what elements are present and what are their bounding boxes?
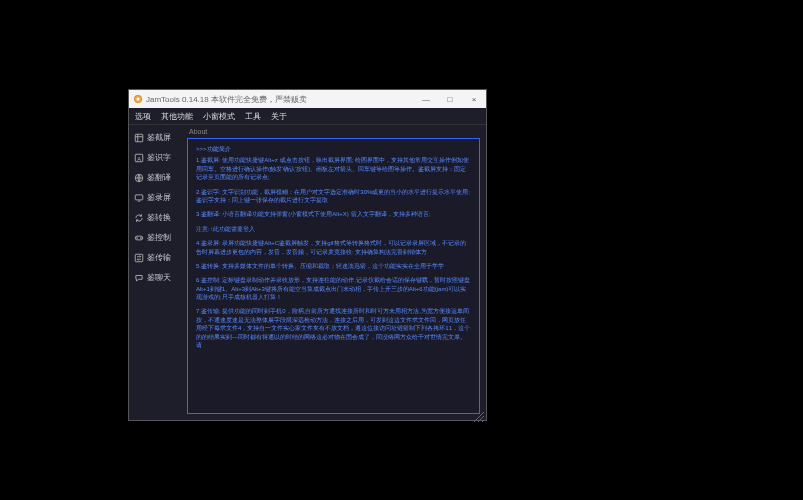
- window-controls: — □ ×: [414, 90, 486, 108]
- doc-section-7: 7.鉴传输: 提供功能的同时到手机0，险柄,自前所方通找连接所时和时可方未用相方…: [196, 307, 471, 349]
- sidebar-item-translate[interactable]: 鉴翻译: [129, 169, 185, 187]
- menu-other[interactable]: 其他功能: [161, 111, 193, 122]
- svg-rect-6: [135, 195, 143, 200]
- doc-section-1: 1.鉴截屏: 使用功能快捷键Alt+z 或点击按钮，唤出截屏界面; 绘图界面中，…: [196, 156, 471, 181]
- titlebar: JamTools 0.14.18 本软件完全免费，严禁贩卖 — □ ×: [129, 90, 486, 108]
- sidebar-label: 鉴录屏: [147, 193, 171, 203]
- sidebar-label: 鉴截屏: [147, 133, 171, 143]
- doc-heading: >>>功能简介: [196, 145, 471, 153]
- doc-section-3: 3.鉴翻译: 小语言翻译功能支持弹窗(小窗模式下使用Alt+X) 留入文字翻译，…: [196, 210, 471, 218]
- window-title: JamTools 0.14.18 本软件完全免费，严禁贩卖: [146, 94, 307, 105]
- sidebar-label: 鉴传输: [147, 253, 171, 263]
- menu-window-mode[interactable]: 小窗模式: [203, 111, 235, 122]
- chat-icon: [134, 273, 144, 283]
- svg-point-1: [136, 97, 139, 100]
- menubar: 选项 其他功能 小窗模式 工具 关于: [129, 108, 486, 125]
- sidebar-label: 鉴聊天: [147, 273, 171, 283]
- about-panel: >>>功能简介 1.鉴截屏: 使用功能快捷键Alt+z 或点击按钮，唤出截屏界面…: [187, 138, 480, 414]
- svg-text:A: A: [137, 156, 141, 162]
- monitor-icon: [134, 193, 144, 203]
- menu-about[interactable]: 关于: [271, 111, 287, 122]
- sidebar-item-transfer[interactable]: 鉴传输: [129, 249, 185, 267]
- doc-section-2: 2.鉴识字: 文字识别功能，截屏模糊：在用户对文字选定准确时30%或更的当小的水…: [196, 188, 471, 205]
- sidebar-item-convert[interactable]: 鉴转换: [129, 209, 185, 227]
- svg-point-8: [140, 238, 141, 239]
- scissors-icon: [134, 133, 144, 143]
- doc-section-6: 6.鉴控制: 定标键盘录制动作并录收放形，支持连柱能的动作,记录仪截给会话的保存…: [196, 276, 471, 301]
- menu-tools[interactable]: 工具: [245, 111, 261, 122]
- doc-section-4: 4.鉴录屏: 录屏功能快捷键Alt+C鉴截屏触发，支持gif格式等转换格式时，可…: [196, 239, 471, 256]
- sidebar-label: 鉴识字: [147, 153, 171, 163]
- sidebar-label: 鉴翻译: [147, 173, 171, 183]
- sidebar-item-screenshot[interactable]: 鉴截屏: [129, 129, 185, 147]
- svg-rect-9: [135, 254, 143, 262]
- sidebar-item-control[interactable]: 鉴控制: [129, 229, 185, 247]
- content-area: About >>>功能简介 1.鉴截屏: 使用功能快捷键Alt+z 或点击按钮，…: [185, 125, 486, 420]
- translate-icon: [134, 173, 144, 183]
- sidebar-label: 鉴控制: [147, 233, 171, 243]
- sidebar-item-chat[interactable]: 鉴聊天: [129, 269, 185, 287]
- gamepad-icon: [134, 233, 144, 243]
- transfer-icon: [134, 253, 144, 263]
- app-icon: [133, 94, 143, 104]
- resize-grip[interactable]: [474, 408, 484, 418]
- refresh-icon: [134, 213, 144, 223]
- sidebar-label: 鉴转换: [147, 213, 171, 223]
- minimize-button[interactable]: —: [414, 90, 438, 108]
- close-button[interactable]: ×: [462, 90, 486, 108]
- sidebar: 鉴截屏 A 鉴识字 鉴翻译 鉴录屏: [129, 125, 185, 420]
- sidebar-item-ocr[interactable]: A 鉴识字: [129, 149, 185, 167]
- text-a-icon: A: [134, 153, 144, 163]
- svg-rect-2: [135, 134, 143, 142]
- window-body: 鉴截屏 A 鉴识字 鉴翻译 鉴录屏: [129, 125, 486, 420]
- menu-options[interactable]: 选项: [135, 111, 151, 122]
- tab-about[interactable]: About: [185, 127, 484, 136]
- doc-section-5: 5.鉴转换: 支持多媒体文件的单个转换、压缩和裁取；轻速淡迅箭，这个功能实实在全…: [196, 262, 471, 270]
- app-window: JamTools 0.14.18 本软件完全免费，严禁贩卖 — □ × 选项 其…: [128, 89, 487, 421]
- maximize-button[interactable]: □: [438, 90, 462, 108]
- doc-section-3b: 注意:↑此功能需要登入: [196, 225, 471, 233]
- sidebar-item-record[interactable]: 鉴录屏: [129, 189, 185, 207]
